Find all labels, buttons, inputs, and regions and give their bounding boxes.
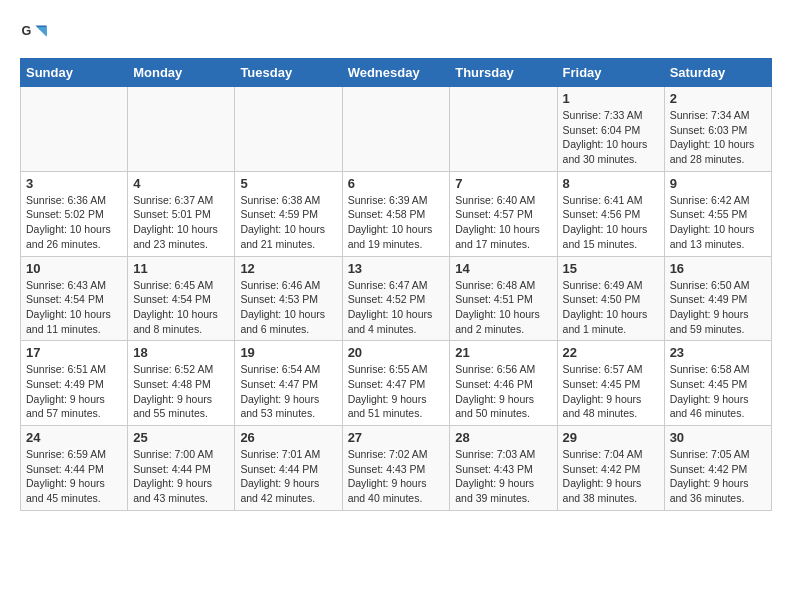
calendar-cell-2-6: 16Sunrise: 6:50 AM Sunset: 4:49 PM Dayli…	[664, 256, 771, 341]
day-info: Sunrise: 6:47 AM Sunset: 4:52 PM Dayligh…	[348, 278, 445, 337]
day-number: 23	[670, 345, 766, 360]
day-number: 9	[670, 176, 766, 191]
logo-icon: G	[20, 20, 48, 48]
calendar-cell-2-0: 10Sunrise: 6:43 AM Sunset: 4:54 PM Dayli…	[21, 256, 128, 341]
calendar-cell-4-2: 26Sunrise: 7:01 AM Sunset: 4:44 PM Dayli…	[235, 426, 342, 511]
calendar-cell-3-4: 21Sunrise: 6:56 AM Sunset: 4:46 PM Dayli…	[450, 341, 557, 426]
calendar-cell-0-3	[342, 87, 450, 172]
header: G	[20, 20, 772, 48]
day-info: Sunrise: 6:50 AM Sunset: 4:49 PM Dayligh…	[670, 278, 766, 337]
calendar-week-0: 1Sunrise: 7:33 AM Sunset: 6:04 PM Daylig…	[21, 87, 772, 172]
logo: G	[20, 20, 52, 48]
calendar-header-saturday: Saturday	[664, 59, 771, 87]
svg-marker-2	[37, 27, 47, 37]
day-number: 19	[240, 345, 336, 360]
day-number: 28	[455, 430, 551, 445]
calendar-cell-2-4: 14Sunrise: 6:48 AM Sunset: 4:51 PM Dayli…	[450, 256, 557, 341]
day-number: 18	[133, 345, 229, 360]
day-info: Sunrise: 6:46 AM Sunset: 4:53 PM Dayligh…	[240, 278, 336, 337]
day-number: 8	[563, 176, 659, 191]
calendar-cell-4-5: 29Sunrise: 7:04 AM Sunset: 4:42 PM Dayli…	[557, 426, 664, 511]
day-number: 22	[563, 345, 659, 360]
day-info: Sunrise: 7:00 AM Sunset: 4:44 PM Dayligh…	[133, 447, 229, 506]
calendar-header-tuesday: Tuesday	[235, 59, 342, 87]
day-info: Sunrise: 6:42 AM Sunset: 4:55 PM Dayligh…	[670, 193, 766, 252]
calendar-cell-4-1: 25Sunrise: 7:00 AM Sunset: 4:44 PM Dayli…	[128, 426, 235, 511]
calendar-cell-4-6: 30Sunrise: 7:05 AM Sunset: 4:42 PM Dayli…	[664, 426, 771, 511]
day-number: 21	[455, 345, 551, 360]
day-number: 20	[348, 345, 445, 360]
calendar-cell-1-1: 4Sunrise: 6:37 AM Sunset: 5:01 PM Daylig…	[128, 171, 235, 256]
day-number: 6	[348, 176, 445, 191]
calendar-cell-2-1: 11Sunrise: 6:45 AM Sunset: 4:54 PM Dayli…	[128, 256, 235, 341]
day-number: 10	[26, 261, 122, 276]
calendar-cell-2-2: 12Sunrise: 6:46 AM Sunset: 4:53 PM Dayli…	[235, 256, 342, 341]
calendar-header-monday: Monday	[128, 59, 235, 87]
day-number: 27	[348, 430, 445, 445]
calendar-week-4: 24Sunrise: 6:59 AM Sunset: 4:44 PM Dayli…	[21, 426, 772, 511]
day-number: 24	[26, 430, 122, 445]
calendar-cell-2-3: 13Sunrise: 6:47 AM Sunset: 4:52 PM Dayli…	[342, 256, 450, 341]
calendar-cell-0-5: 1Sunrise: 7:33 AM Sunset: 6:04 PM Daylig…	[557, 87, 664, 172]
calendar-week-1: 3Sunrise: 6:36 AM Sunset: 5:02 PM Daylig…	[21, 171, 772, 256]
day-info: Sunrise: 6:43 AM Sunset: 4:54 PM Dayligh…	[26, 278, 122, 337]
day-number: 26	[240, 430, 336, 445]
day-info: Sunrise: 6:54 AM Sunset: 4:47 PM Dayligh…	[240, 362, 336, 421]
calendar-cell-2-5: 15Sunrise: 6:49 AM Sunset: 4:50 PM Dayli…	[557, 256, 664, 341]
calendar-cell-1-3: 6Sunrise: 6:39 AM Sunset: 4:58 PM Daylig…	[342, 171, 450, 256]
calendar-cell-3-1: 18Sunrise: 6:52 AM Sunset: 4:48 PM Dayli…	[128, 341, 235, 426]
day-number: 15	[563, 261, 659, 276]
day-info: Sunrise: 6:45 AM Sunset: 4:54 PM Dayligh…	[133, 278, 229, 337]
calendar-header-row: SundayMondayTuesdayWednesdayThursdayFrid…	[21, 59, 772, 87]
day-number: 4	[133, 176, 229, 191]
day-info: Sunrise: 6:39 AM Sunset: 4:58 PM Dayligh…	[348, 193, 445, 252]
day-number: 13	[348, 261, 445, 276]
calendar-cell-0-4	[450, 87, 557, 172]
day-info: Sunrise: 6:37 AM Sunset: 5:01 PM Dayligh…	[133, 193, 229, 252]
day-info: Sunrise: 7:33 AM Sunset: 6:04 PM Dayligh…	[563, 108, 659, 167]
calendar-cell-4-4: 28Sunrise: 7:03 AM Sunset: 4:43 PM Dayli…	[450, 426, 557, 511]
calendar-header-friday: Friday	[557, 59, 664, 87]
day-info: Sunrise: 6:36 AM Sunset: 5:02 PM Dayligh…	[26, 193, 122, 252]
calendar-cell-3-0: 17Sunrise: 6:51 AM Sunset: 4:49 PM Dayli…	[21, 341, 128, 426]
calendar-header-wednesday: Wednesday	[342, 59, 450, 87]
calendar-cell-1-4: 7Sunrise: 6:40 AM Sunset: 4:57 PM Daylig…	[450, 171, 557, 256]
day-number: 14	[455, 261, 551, 276]
day-number: 2	[670, 91, 766, 106]
calendar-cell-3-2: 19Sunrise: 6:54 AM Sunset: 4:47 PM Dayli…	[235, 341, 342, 426]
day-info: Sunrise: 6:52 AM Sunset: 4:48 PM Dayligh…	[133, 362, 229, 421]
calendar-cell-0-0	[21, 87, 128, 172]
day-number: 7	[455, 176, 551, 191]
day-info: Sunrise: 6:58 AM Sunset: 4:45 PM Dayligh…	[670, 362, 766, 421]
day-number: 11	[133, 261, 229, 276]
calendar-cell-3-6: 23Sunrise: 6:58 AM Sunset: 4:45 PM Dayli…	[664, 341, 771, 426]
calendar-header-thursday: Thursday	[450, 59, 557, 87]
calendar-cell-4-3: 27Sunrise: 7:02 AM Sunset: 4:43 PM Dayli…	[342, 426, 450, 511]
calendar-header-sunday: Sunday	[21, 59, 128, 87]
calendar-cell-0-2	[235, 87, 342, 172]
day-number: 30	[670, 430, 766, 445]
day-info: Sunrise: 6:56 AM Sunset: 4:46 PM Dayligh…	[455, 362, 551, 421]
day-info: Sunrise: 7:34 AM Sunset: 6:03 PM Dayligh…	[670, 108, 766, 167]
day-info: Sunrise: 6:48 AM Sunset: 4:51 PM Dayligh…	[455, 278, 551, 337]
calendar-cell-3-3: 20Sunrise: 6:55 AM Sunset: 4:47 PM Dayli…	[342, 341, 450, 426]
day-info: Sunrise: 6:41 AM Sunset: 4:56 PM Dayligh…	[563, 193, 659, 252]
calendar-cell-1-6: 9Sunrise: 6:42 AM Sunset: 4:55 PM Daylig…	[664, 171, 771, 256]
day-info: Sunrise: 6:59 AM Sunset: 4:44 PM Dayligh…	[26, 447, 122, 506]
day-number: 1	[563, 91, 659, 106]
day-number: 5	[240, 176, 336, 191]
calendar-cell-1-5: 8Sunrise: 6:41 AM Sunset: 4:56 PM Daylig…	[557, 171, 664, 256]
day-info: Sunrise: 6:38 AM Sunset: 4:59 PM Dayligh…	[240, 193, 336, 252]
day-number: 17	[26, 345, 122, 360]
calendar-week-3: 17Sunrise: 6:51 AM Sunset: 4:49 PM Dayli…	[21, 341, 772, 426]
day-info: Sunrise: 7:03 AM Sunset: 4:43 PM Dayligh…	[455, 447, 551, 506]
calendar-cell-0-6: 2Sunrise: 7:34 AM Sunset: 6:03 PM Daylig…	[664, 87, 771, 172]
svg-text:G: G	[21, 24, 31, 38]
day-number: 25	[133, 430, 229, 445]
day-info: Sunrise: 6:57 AM Sunset: 4:45 PM Dayligh…	[563, 362, 659, 421]
calendar-cell-1-0: 3Sunrise: 6:36 AM Sunset: 5:02 PM Daylig…	[21, 171, 128, 256]
calendar-cell-0-1	[128, 87, 235, 172]
calendar-cell-4-0: 24Sunrise: 6:59 AM Sunset: 4:44 PM Dayli…	[21, 426, 128, 511]
day-info: Sunrise: 7:05 AM Sunset: 4:42 PM Dayligh…	[670, 447, 766, 506]
day-number: 29	[563, 430, 659, 445]
